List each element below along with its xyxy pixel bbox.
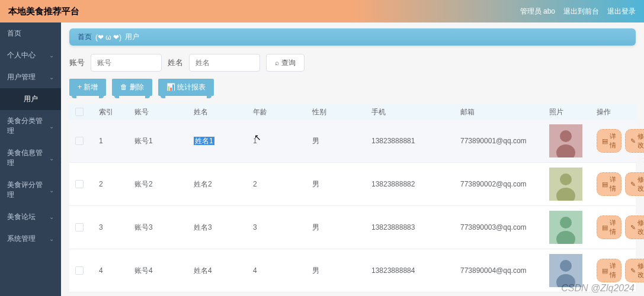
cell-age: 3 (253, 223, 312, 231)
sidebar-item-4[interactable]: 美食分类管理⌄ (0, 110, 61, 142)
logout-link[interactable]: 退出登录 (607, 7, 636, 17)
select-all-checkbox[interactable] (75, 108, 84, 116)
edit-icon: ✎ (630, 137, 636, 145)
exit-to-front-link[interactable]: 退出到前台 (563, 7, 599, 17)
chevron-down-icon: ⌄ (49, 236, 54, 242)
cell-phone: 13823888883 (371, 223, 460, 231)
row-checkbox[interactable] (75, 223, 84, 231)
delete-button[interactable]: 🗑 删除 (112, 79, 152, 96)
detail-button[interactable]: ▤详情 (597, 172, 621, 196)
cell-gender: 男 (312, 136, 371, 146)
svg-point-10 (560, 260, 572, 272)
doc-icon: ▤ (602, 137, 608, 145)
add-button[interactable]: + 新增 (69, 79, 106, 96)
account-input[interactable] (91, 54, 162, 72)
col-age: 年龄 (253, 107, 312, 117)
col-email: 邮箱 (460, 107, 549, 117)
cell-phone: 13823888882 (371, 180, 460, 188)
sidebar-item-5[interactable]: 美食信息管理⌄ (0, 142, 61, 174)
cell-account: 账号3 (134, 223, 194, 233)
cell-index: 1 (99, 137, 134, 145)
col-index: 索引 (99, 107, 134, 117)
app-header: 本地美食推荐平台 管理员 abo 退出到前台 退出登录 (0, 0, 644, 22)
breadcrumb: 首页 (❤ ω ❤) 用户 (69, 28, 636, 46)
toolbar: + 新增 🗑 删除 📊 统计报表 (69, 79, 636, 96)
name-label: 姓名 (168, 57, 183, 68)
detail-button[interactable]: ▤详情 (597, 259, 621, 282)
sidebar-item-label: 个人中心 (7, 50, 36, 60)
edit-button[interactable]: ✎修改 (625, 215, 644, 239)
admin-label[interactable]: 管理员 abo (520, 7, 555, 17)
cell-email: 773890002@qq.com (460, 180, 549, 188)
cell-name: 姓名1 (194, 136, 253, 146)
table-header: 索引 账号 姓名 年龄 性别 手机 邮箱 照片 操作 (69, 104, 636, 120)
chart-icon: 📊 (166, 83, 177, 91)
sidebar-item-7[interactable]: 美食论坛⌄ (0, 206, 61, 228)
chevron-down-icon: ⌄ (49, 74, 54, 81)
table-row: 4账号4姓名44男13823888884773890004@qq.com▤详情✎… (69, 249, 636, 292)
row-ops: ▤详情✎修改🗑删除 (597, 172, 644, 196)
col-phone: 手机 (371, 107, 460, 117)
cell-index: 4 (99, 266, 134, 275)
col-ops: 操作 (597, 107, 630, 117)
cell-gender: 男 (312, 266, 371, 276)
table-row: 3账号3姓名33男13823888883773890003@qq.com▤详情✎… (69, 206, 636, 249)
chevron-down-icon: ⌄ (49, 123, 54, 130)
search-bar: 账号 姓名 ⌕ 查询 (69, 54, 636, 72)
col-account: 账号 (134, 107, 194, 117)
query-button[interactable]: ⌕ 查询 (266, 54, 305, 72)
sidebar-item-label: 美食评分管理 (7, 180, 49, 200)
edit-icon: ✎ (630, 224, 636, 231)
edit-button[interactable]: ✎修改 (625, 259, 644, 282)
sidebar: 首页个人中心⌄用户管理⌄用户美食分类管理⌄美食信息管理⌄美食评分管理⌄美食论坛⌄… (0, 22, 61, 296)
sidebar-item-1[interactable]: 个人中心⌄ (0, 44, 61, 66)
doc-icon: ▤ (602, 267, 608, 275)
chevron-down-icon: ⌄ (49, 214, 54, 220)
chevron-down-icon: ⌄ (49, 52, 54, 59)
data-table: 索引 账号 姓名 年龄 性别 手机 邮箱 照片 操作 1账号1姓名11男1382… (69, 104, 636, 292)
sidebar-item-3[interactable]: 用户 (0, 88, 61, 110)
stats-button[interactable]: 📊 统计报表 (158, 79, 214, 96)
cell-account: 账号1 (134, 136, 194, 146)
edit-button[interactable]: ✎修改 (625, 172, 644, 196)
sidebar-item-label: 首页 (7, 28, 21, 38)
cell-email: 773890001@qq.com (460, 137, 549, 145)
account-label: 账号 (69, 57, 85, 68)
detail-button[interactable]: ▤详情 (597, 215, 621, 239)
col-gender: 性别 (312, 107, 371, 117)
sidebar-item-6[interactable]: 美食评分管理⌄ (0, 174, 61, 206)
row-checkbox[interactable] (75, 137, 84, 145)
cell-gender: 男 (312, 223, 371, 233)
cell-email: 773890004@qq.com (460, 266, 549, 275)
cell-account: 账号2 (134, 179, 194, 189)
cell-gender: 男 (312, 179, 371, 189)
avatar[interactable] (549, 168, 582, 201)
cell-phone: 13823888881 (371, 137, 460, 145)
avatar[interactable] (549, 211, 582, 244)
doc-icon: ▤ (602, 181, 608, 188)
carousel-next-icon[interactable]: › (639, 147, 644, 171)
col-name: 姓名 (194, 107, 253, 117)
detail-button[interactable]: ▤详情 (597, 129, 621, 153)
svg-point-1 (560, 130, 572, 142)
row-checkbox[interactable] (75, 266, 84, 275)
carousel-prev-icon[interactable]: ‹ (61, 147, 66, 171)
breadcrumb-home[interactable]: 首页 (78, 32, 92, 42)
edit-icon: ✎ (630, 267, 636, 275)
row-checkbox[interactable] (75, 180, 84, 188)
trash-icon: 🗑 (120, 83, 129, 91)
row-ops: ▤详情✎修改🗑删除 (597, 215, 644, 239)
name-input[interactable] (189, 54, 260, 72)
sidebar-item-8[interactable]: 系统管理⌄ (0, 228, 61, 250)
avatar[interactable] (549, 124, 582, 157)
sidebar-item-0[interactable]: 首页 (0, 22, 61, 44)
avatar[interactable] (549, 254, 582, 287)
cell-age: 2 (253, 180, 312, 188)
edit-icon: ✎ (630, 181, 636, 188)
sidebar-item-label: 用户管理 (7, 72, 36, 82)
svg-point-4 (560, 173, 572, 185)
sidebar-item-2[interactable]: 用户管理⌄ (0, 66, 61, 88)
row-ops: ▤详情✎修改🗑删除 (597, 129, 644, 153)
app-title: 本地美食推荐平台 (8, 6, 79, 17)
sidebar-item-label: 用户 (24, 94, 38, 104)
